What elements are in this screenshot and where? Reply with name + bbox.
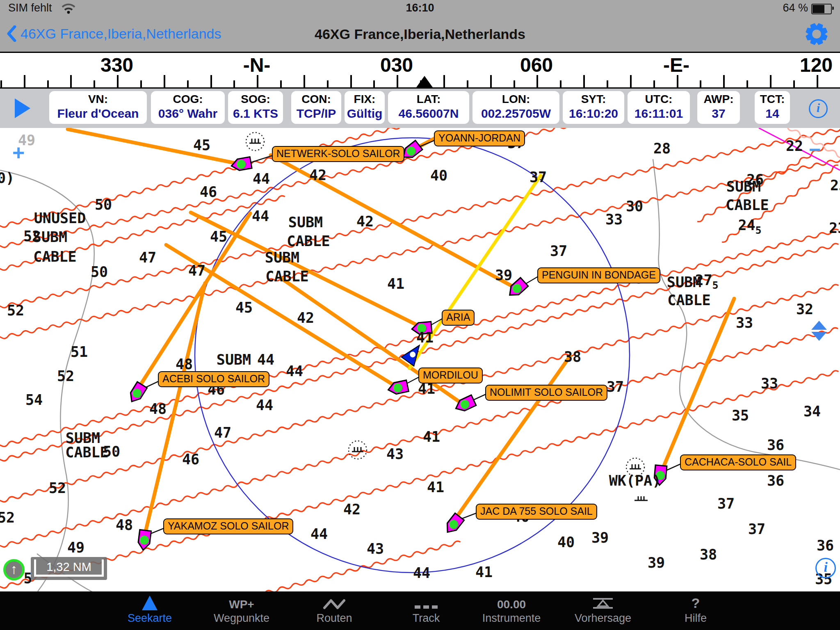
depth-sounding: 36 <box>817 539 834 553</box>
vessel-label[interactable]: PENGUIN IN BONDAGE <box>537 267 660 283</box>
compass-heading-label: 060 <box>520 54 553 76</box>
tab-bar: SeekarteWP+WegpunkteRoutenTrack00.00Inst… <box>0 591 840 630</box>
pan-up-icon <box>811 321 827 330</box>
vessel-track-line <box>68 129 240 164</box>
wegpunkte-tab-icon: WP+ <box>205 591 278 611</box>
compass-heading-label: 120 <box>800 54 833 76</box>
chart-feature-text: SUBM <box>726 180 761 194</box>
depth-sounding: 48 <box>116 518 133 532</box>
compass-ribbon[interactable]: 330-N-030060-E-120 <box>0 52 840 89</box>
compass-tick <box>467 80 468 87</box>
data-field-syt[interactable]: SYT:16:10:20 <box>563 91 624 124</box>
compass-tick <box>700 80 701 87</box>
zoom-out-button[interactable]: − <box>809 139 821 160</box>
routen-tab-icon <box>297 591 371 611</box>
depth-sounding: 46 <box>200 185 217 199</box>
vessel-marker[interactable] <box>127 382 147 405</box>
north-up-button[interactable]: ↑ <box>3 559 25 580</box>
data-field-cog[interactable]: COG:036° Wahr <box>151 91 225 124</box>
data-field-utc[interactable]: UTC:16:11:01 <box>628 91 690 124</box>
vessel-label[interactable]: CACHACA-SOLO SAIL <box>680 454 796 470</box>
tab-wegpunkte[interactable]: WP+Wegpunkte <box>205 591 278 630</box>
data-field-sog[interactable]: SOG:6.1 KTS <box>228 91 283 124</box>
vessel-marker[interactable] <box>443 513 464 536</box>
vessel-label[interactable]: ACEBI SOLO SAILOR <box>158 371 269 387</box>
play-button[interactable] <box>15 98 30 118</box>
chart-canvas[interactable]: 4945444240373728222623504644423033245235… <box>0 128 840 591</box>
tab-seekarte[interactable]: Seekarte <box>113 591 187 630</box>
data-field-fix[interactable]: FIX:Gültig <box>345 91 385 124</box>
vorhersage-tab-icon <box>566 591 640 611</box>
vessel-label-leader <box>460 513 477 519</box>
data-field-awp[interactable]: AWP:37 <box>697 91 740 124</box>
compass-heading-label: -N- <box>243 54 271 76</box>
data-field-con[interactable]: CON:TCP/IP <box>291 91 341 124</box>
data-field-lat[interactable]: LAT:46.56007N <box>388 91 469 124</box>
vessel-label[interactable]: JAC DA 755 SOLO SAIL <box>476 504 597 520</box>
compass-heading-label: 030 <box>380 54 413 76</box>
data-field-value: 14 <box>755 107 790 121</box>
data-field-lon[interactable]: LON:002.25705W <box>472 91 559 124</box>
tab-label: Routen <box>297 612 371 625</box>
tab-vorhersage[interactable]: Vorhersage <box>566 591 640 630</box>
navigation-bar: 46XG France,Iberia,Netherlands 46XG Fran… <box>0 16 840 52</box>
vessel-marker[interactable] <box>137 530 151 550</box>
wifi-icon <box>61 2 76 14</box>
depth-sounding: 52 <box>49 481 66 495</box>
back-button[interactable]: 46XG France,Iberia,Netherlands <box>7 25 221 42</box>
chart-feature-text: CABLE <box>33 250 76 264</box>
compass-tick <box>560 80 562 87</box>
depth-sounding: 50 <box>91 265 108 279</box>
vessel-label[interactable]: MORDILOU <box>418 368 483 383</box>
data-field-value: 46.56007N <box>388 107 469 121</box>
data-field-value: TCP/IP <box>291 107 341 121</box>
compass-tick <box>607 80 608 87</box>
settings-gear-icon[interactable] <box>805 22 829 46</box>
status-time: 16:10 <box>406 2 434 14</box>
vessel-label[interactable]: NOLIMIT SOLO SAILOR <box>485 385 607 401</box>
depth-sounding: 52 <box>7 304 24 318</box>
depth-sounding: 37 <box>530 170 547 185</box>
tab-hilfe[interactable]: ?Hilfe <box>659 591 733 630</box>
vessel-label[interactable]: NETWERK-SOLO SAILOR <box>272 146 404 162</box>
chart-info-button[interactable]: i <box>815 558 836 578</box>
compass-tick <box>280 80 282 87</box>
vessel-label[interactable]: YAKAMOZ SOLO SAILOR <box>163 518 293 534</box>
zoom-in-button[interactable]: + <box>12 142 25 163</box>
vessel-label[interactable]: ARIA <box>442 310 475 326</box>
depth-sounding: 42 <box>343 502 361 517</box>
data-field-vn[interactable]: VN:Fleur d'Ocean <box>49 91 147 124</box>
north-arrow-icon: ↑ <box>11 561 18 577</box>
tab-instrumente[interactable]: 00.00Instrumente <box>475 591 548 630</box>
depth-sounding: 39 <box>648 556 665 570</box>
tab-routen[interactable]: Routen <box>297 591 371 630</box>
depth-sounding: 41 <box>387 277 404 291</box>
depth-sounding: 48 <box>149 402 167 416</box>
depth-sounding: 37 <box>550 244 567 258</box>
data-field-label: LAT: <box>388 93 469 106</box>
scale-indicator: 1,32 NM <box>31 557 107 580</box>
depth-sounding: 33 <box>736 316 753 330</box>
chart-feature-text: CABLE <box>65 445 108 460</box>
depth-sounding: 44 <box>310 527 328 541</box>
pan-updown-control[interactable] <box>811 321 827 341</box>
data-field-tct[interactable]: TCT:14 <box>755 91 790 124</box>
depth-sounding: 45 <box>235 301 253 315</box>
compass-tick <box>630 75 632 87</box>
info-button[interactable]: i <box>809 99 828 118</box>
tab-track[interactable]: Track <box>389 591 463 630</box>
data-field-value: 16:10:20 <box>563 107 624 121</box>
depth-sounding: 45 <box>193 138 210 153</box>
compass-tick <box>723 75 725 87</box>
chart-info-glyph: i <box>824 560 827 575</box>
vessel-label[interactable]: YOANN-JORDAN <box>434 130 525 146</box>
data-field-value: 002.25705W <box>472 107 559 121</box>
depth-sounding: 41 <box>423 430 440 444</box>
depth-sounding: 28 <box>653 142 671 156</box>
depth-sounding: 37 <box>748 522 765 536</box>
chart-feature-text: CABLE <box>287 234 330 249</box>
depth-sounding: 0) <box>0 171 14 185</box>
chart-feature-text: CABLE <box>265 269 308 284</box>
compass-tick <box>677 75 678 87</box>
back-button-label: 46XG France,Iberia,Netherlands <box>21 26 221 42</box>
